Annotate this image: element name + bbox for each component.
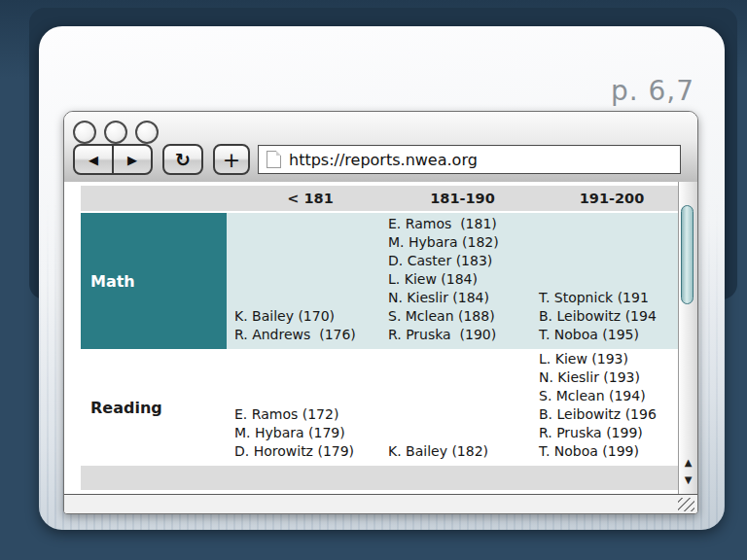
student-entry: S. Mclean (188)	[388, 307, 531, 326]
math-range1-cell: K. Bailey (170) R. Andrews (176)	[227, 213, 380, 349]
new-tab-button[interactable]: +	[213, 144, 250, 175]
header-cell-range3: 191-200	[531, 186, 679, 211]
student-entry: T. Stopnick (191	[539, 289, 679, 307]
student-entry: E. Ramos (172)	[234, 405, 380, 424]
header-cell-blank	[81, 186, 227, 211]
window-button-icon[interactable]	[73, 121, 96, 144]
student-entry: D. Caster (183)	[388, 252, 531, 270]
header-cell-range1: < 181	[227, 186, 380, 211]
forward-button[interactable]: ▶	[113, 144, 153, 175]
back-button[interactable]: ◀	[73, 144, 113, 175]
arrow-up-icon: ▲	[685, 457, 693, 468]
url-text: https://reports.nwea.org	[289, 151, 478, 169]
student-entry: K. Bailey (170)	[234, 307, 380, 326]
student-entry: B. Leibowitz (196	[539, 405, 679, 424]
reading-range2-cell: K. Bailey (182)	[380, 349, 531, 466]
student-entry: S. Mclean (194)	[539, 387, 679, 405]
table-row-math: Math K. Bailey (170) R. Andrews (176) E.…	[81, 213, 679, 349]
student-entry: M. Hybara (182)	[388, 233, 531, 252]
resize-grip-icon[interactable]	[678, 498, 694, 511]
student-entry: N. Kieslir (184)	[388, 289, 531, 307]
header-cell-range2: 181-190	[380, 186, 531, 211]
content-area: < 181 181-190 191-200 Math K. Bailey (17…	[64, 182, 697, 495]
address-bar[interactable]: https://reports.nwea.org	[258, 145, 681, 174]
browser-window: ◀ ▶ ↻ + https://reports.nwea.org	[63, 111, 698, 514]
arrow-down-icon: ▼	[685, 474, 693, 485]
student-entry: E. Ramos (181)	[388, 215, 531, 233]
window-controls	[73, 121, 159, 144]
student-entry: R. Andrews (176)	[234, 326, 380, 344]
math-range3-cell: T. Stopnick (191 B. Leibowitz (194 T. No…	[531, 213, 679, 349]
scroll-up-button[interactable]: ▲	[679, 456, 697, 470]
student-entry: B. Leibowitz (194	[539, 307, 679, 326]
scroll-down-button[interactable]: ▼	[679, 473, 697, 487]
student-entry: T. Noboa (199)	[539, 442, 679, 461]
scrollbar-thumb[interactable]	[681, 205, 694, 304]
page-icon	[267, 151, 281, 168]
plus-icon: +	[223, 148, 240, 172]
nav-button-group: ◀ ▶	[73, 144, 153, 175]
window-button-icon[interactable]	[135, 121, 159, 144]
window-button-icon[interactable]	[104, 121, 127, 144]
student-entry: R. Pruska (199)	[539, 424, 679, 442]
refresh-icon: ↻	[175, 149, 191, 170]
browser-toolbar: ◀ ▶ ↻ + https://reports.nwea.org	[73, 144, 681, 175]
slide-canvas: p. 6,7 Instructional Resources: Class by…	[0, 0, 747, 560]
browser-chrome: ◀ ▶ ↻ + https://reports.nwea.org	[64, 112, 697, 183]
student-entry: L. Kiew (184)	[388, 270, 531, 289]
refresh-button[interactable]: ↻	[162, 144, 203, 175]
reading-range3-cell: L. Kiew (193) N. Kieslir (193) S. Mclean…	[531, 349, 679, 466]
student-entry: K. Bailey (182)	[388, 442, 531, 461]
student-entry: N. Kieslir (193)	[539, 368, 679, 387]
student-entry: R. Pruska (190)	[388, 326, 531, 344]
math-label-cell: Math	[81, 213, 227, 349]
reading-label-cell: Reading	[81, 349, 227, 466]
table-header-row: < 181 181-190 191-200	[81, 186, 679, 211]
student-entry: L. Kiew (193)	[539, 350, 679, 368]
math-range2-cell: E. Ramos (181) M. Hybara (182) D. Caster…	[380, 213, 531, 349]
reading-range1-cell: E. Ramos (172) M. Hybara (179) D. Horowi…	[227, 349, 380, 466]
forward-arrow-icon: ▶	[127, 153, 137, 167]
student-entry: D. Horowitz (179)	[234, 442, 380, 461]
back-arrow-icon: ◀	[89, 153, 98, 167]
page-reference: p. 6,7	[611, 75, 694, 107]
table-footer-bar	[81, 466, 679, 490]
vertical-scrollbar[interactable]: ▲ ▼	[678, 182, 697, 495]
student-entry: M. Hybara (179)	[234, 424, 380, 442]
table-row-reading: Reading E. Ramos (172) M. Hybara (179) D…	[81, 349, 679, 466]
report-table: < 181 181-190 191-200 Math K. Bailey (17…	[81, 186, 679, 490]
status-bar	[64, 494, 697, 513]
student-entry: T. Noboa (195)	[539, 326, 679, 344]
